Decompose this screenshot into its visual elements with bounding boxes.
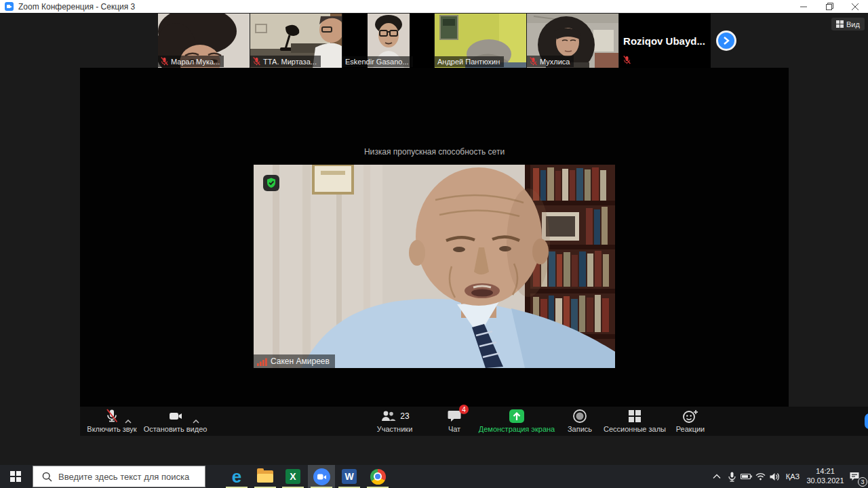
participant-name: Марал Мука...: [171, 58, 220, 66]
record-icon: [572, 409, 587, 424]
share-screen-label: Демонстрация экрана: [479, 425, 555, 433]
participant-name-tag: Мухлиса: [527, 56, 574, 67]
participant-name-tag: Roziqov Ubayd...: [619, 14, 711, 68]
language-indicator[interactable]: ҚАЗ: [783, 465, 803, 488]
word-icon: W: [342, 469, 357, 484]
main-stage: Низкая пропускная способность сети: [80, 68, 789, 436]
participant-name-tag: Андрей Пантюхин: [435, 56, 504, 67]
taskbar-item-explorer[interactable]: [252, 465, 279, 488]
zoom-app-window: Zoom Конференция - Секция 3 Вид: [0, 0, 868, 488]
taskbar-item-excel[interactable]: X: [279, 465, 307, 488]
tray-microphone[interactable]: [726, 465, 738, 488]
file-explorer-icon: [257, 470, 273, 483]
view-button[interactable]: Вид: [831, 18, 865, 30]
record-label: Запись: [568, 425, 592, 433]
chrome-icon: [370, 469, 386, 485]
participant-name: Roziqov Ubayd...: [623, 35, 705, 47]
participants-label: Участники: [377, 425, 413, 433]
reactions-button[interactable]: Реакции: [673, 409, 708, 433]
start-button[interactable]: [0, 465, 31, 488]
participant-name: Мухлиса: [540, 58, 570, 66]
microphone-icon: [728, 472, 736, 482]
participant-name-tag: Eskendir Gasano...: [342, 56, 413, 67]
share-screen-button[interactable]: Демонстрация экрана: [479, 409, 555, 433]
window-title: Zoom Конференция - Секция 3: [18, 2, 135, 12]
participant-thumbnail[interactable]: ТТА. Миртаза...: [250, 14, 342, 68]
record-button[interactable]: Запись: [563, 409, 597, 433]
battery-icon: [741, 473, 752, 480]
muted-mic-icon: [104, 408, 120, 424]
chevron-right-icon: [723, 36, 730, 45]
chevron-up-icon: [713, 474, 721, 479]
search-icon: [42, 472, 52, 482]
participant-name: ТТА. Миртаза...: [263, 58, 317, 66]
chat-unread-badge: 4: [459, 405, 469, 414]
title-bar: Zoom Конференция - Секция 3: [0, 0, 868, 13]
wifi-icon: [755, 472, 766, 481]
meeting-content: Вид Марал Мука...: [0, 13, 868, 465]
action-center-button[interactable]: 3: [846, 465, 863, 488]
notification-count-badge: 3: [858, 477, 867, 487]
restore-button[interactable]: [816, 0, 842, 13]
speaker-name: Сакен Амиреев: [271, 357, 330, 366]
muted-mic-icon: [253, 57, 260, 66]
participant-thumbnail[interactable]: Roziqov Ubayd...: [619, 14, 711, 68]
participant-name-tag: ТТА. Миртаза...: [250, 56, 321, 67]
participants-count: 23: [400, 411, 409, 421]
participant-name: Андрей Пантюхин: [437, 58, 500, 66]
speaker-video-frame: [254, 165, 615, 368]
poor-connection-icon: [257, 357, 267, 366]
taskbar-item-word[interactable]: W: [336, 465, 363, 488]
close-icon[interactable]: [842, 0, 868, 13]
speaker-name-tag: Сакен Амиреев: [254, 354, 335, 368]
video-camera-icon: [167, 408, 184, 424]
taskbar-clock[interactable]: 14:21 30.03.2021: [804, 465, 846, 488]
reactions-icon: [682, 409, 698, 424]
participants-button[interactable]: 23 Участники: [370, 409, 419, 433]
muted-mic-icon: [161, 57, 168, 66]
view-button-label: Вид: [846, 20, 860, 28]
participant-name-tag: Марал Мука...: [158, 56, 224, 67]
share-screen-icon: [509, 409, 524, 423]
grid-view-icon: [836, 20, 844, 28]
audio-options-caret[interactable]: [125, 414, 132, 426]
taskbar-search[interactable]: [33, 466, 205, 487]
speaker-icon: [770, 472, 780, 481]
clock-time: 14:21: [806, 467, 844, 476]
encryption-shield-icon: [263, 175, 279, 194]
edge-icon: e: [232, 468, 241, 485]
reactions-label: Реакции: [676, 425, 705, 433]
participant-thumbnail[interactable]: Мухлиса: [527, 14, 618, 68]
breakout-rooms-icon: [628, 409, 642, 423]
participants-icon: [380, 409, 396, 424]
minimize-button[interactable]: [791, 0, 816, 13]
excel-icon: X: [285, 469, 300, 484]
taskbar-item-edge[interactable]: e: [223, 465, 250, 488]
window-controls: [791, 0, 868, 13]
breakout-rooms-label: Сессионные залы: [604, 425, 666, 433]
windows-taskbar: e X W: [0, 465, 868, 488]
breakout-rooms-button[interactable]: Сессионные залы: [604, 409, 666, 433]
muted-mic-icon: [530, 57, 537, 66]
tray-hidden-icons-button[interactable]: [711, 465, 723, 488]
active-speaker-video[interactable]: Сакен Амиреев: [254, 165, 615, 368]
next-participants-button[interactable]: [716, 30, 736, 51]
participant-thumbnail[interactable]: Андрей Пантюхин: [435, 14, 526, 68]
video-options-caret[interactable]: [193, 414, 199, 426]
muted-mic-icon: [623, 56, 631, 64]
tray-volume[interactable]: [768, 465, 781, 488]
bandwidth-warning: Низкая пропускная способность сети: [80, 147, 789, 157]
tray-battery[interactable]: [739, 465, 753, 488]
chat-button[interactable]: 4 Чат: [438, 409, 471, 433]
search-input[interactable]: [58, 472, 205, 482]
participant-thumbnail[interactable]: Марал Мука...: [158, 14, 250, 68]
zoom-icon: [313, 468, 330, 485]
tray-wifi[interactable]: [754, 465, 766, 488]
taskbar-item-chrome[interactable]: [364, 465, 391, 488]
leave-meeting-button[interactable]: Выйти из зала: [865, 413, 868, 429]
chat-label: Чат: [448, 425, 460, 433]
participant-thumbnail[interactable]: Eskendir Gasano...: [342, 14, 434, 68]
participant-name: Eskendir Gasano...: [345, 58, 409, 66]
windows-logo-icon: [10, 471, 21, 482]
taskbar-item-zoom[interactable]: [308, 465, 335, 488]
